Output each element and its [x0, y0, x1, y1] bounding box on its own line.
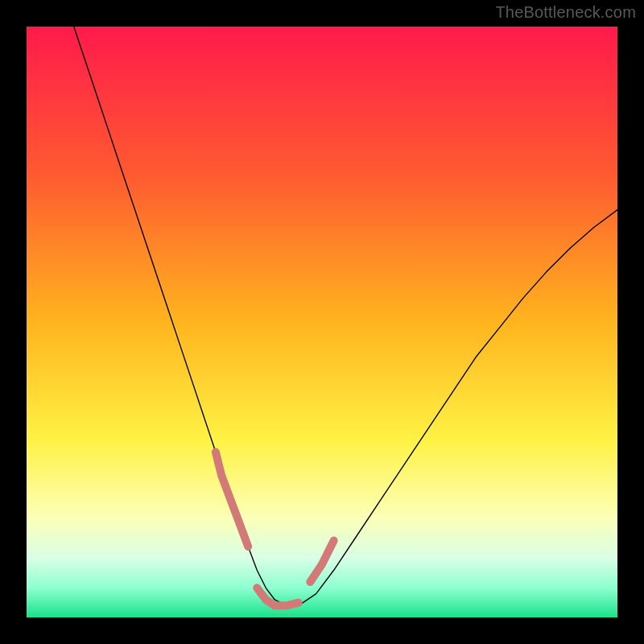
watermark-text: TheBottleneck.com — [495, 3, 636, 22]
bottleneck-chart — [27, 27, 617, 617]
gradient-background — [27, 27, 617, 617]
chart-frame: TheBottleneck.com — [0, 0, 644, 644]
chart-svg — [27, 27, 617, 617]
